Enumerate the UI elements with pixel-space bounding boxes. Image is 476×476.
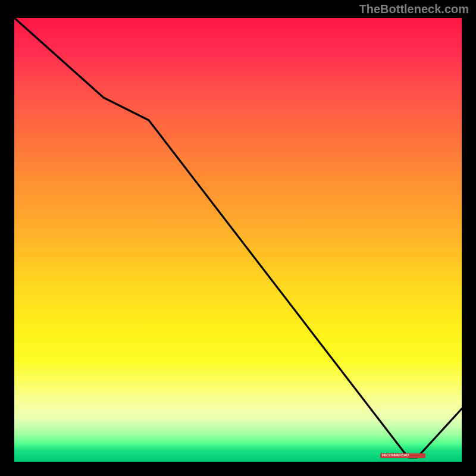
frame-left	[0, 0, 14, 476]
frame-bottom	[0, 462, 476, 476]
bottleneck-curve-path	[14, 18, 462, 458]
plot-area: RECOMMENDED	[14, 18, 462, 462]
curve-svg	[14, 18, 462, 462]
chart-root: RECOMMENDED TheBottleneck.com	[0, 0, 476, 476]
frame-right	[462, 0, 476, 476]
attribution-text: TheBottleneck.com	[359, 2, 469, 16]
recommended-band-label: RECOMMENDED	[382, 453, 409, 457]
